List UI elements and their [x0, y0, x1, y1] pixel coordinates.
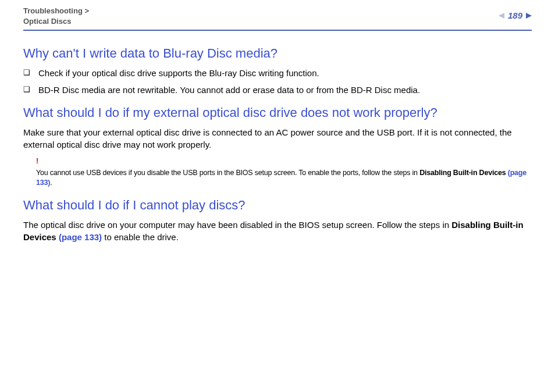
body-pre: The optical disc drive on your computer …: [23, 220, 451, 230]
list-item: ❑ BD-R Disc media are not rewritable. Yo…: [23, 84, 532, 96]
page-content: Why can't I write data to Blu-ray Disc m…: [0, 31, 555, 243]
bullet-text: BD-R Disc media are not rewritable. You …: [38, 84, 420, 96]
warning-note: ! You cannot use USB devices if you disa…: [36, 156, 532, 188]
warning-icon: !: [36, 156, 532, 167]
bullet-text: Check if your optical disc drive support…: [38, 67, 319, 79]
body-text: The optical disc drive on your computer …: [23, 219, 532, 243]
note-bold: Disabling Built-in Devices: [419, 169, 508, 177]
body-text: Make sure that your external optical dis…: [23, 126, 532, 151]
prev-page-icon[interactable]: [499, 13, 504, 19]
body-post: to enable the drive.: [102, 232, 179, 242]
list-item: ❑ Check if your optical disc drive suppo…: [23, 67, 532, 79]
bullet-icon: ❑: [23, 67, 30, 79]
next-page-icon[interactable]: [526, 13, 532, 19]
bullet-icon: ❑: [23, 84, 30, 95]
breadcrumb-line-1: Troubleshooting >: [23, 6, 89, 16]
page-nav: 189: [499, 10, 532, 20]
page-number: 189: [508, 10, 522, 20]
heading-external-drive: What should I do if my external optical …: [23, 105, 532, 120]
breadcrumb[interactable]: Troubleshooting > Optical Discs: [23, 6, 89, 26]
page-link[interactable]: (page 133): [59, 232, 102, 242]
page-header: Troubleshooting > Optical Discs 189: [0, 0, 555, 30]
heading-cannot-play: What should I do if I cannot play discs?: [23, 198, 532, 213]
note-text: You cannot use USB devices if you disabl…: [36, 169, 419, 177]
breadcrumb-line-2: Optical Discs: [23, 16, 89, 27]
heading-bluray-write: Why can't I write data to Blu-ray Disc m…: [23, 46, 532, 61]
note-text-post: .: [50, 179, 52, 187]
